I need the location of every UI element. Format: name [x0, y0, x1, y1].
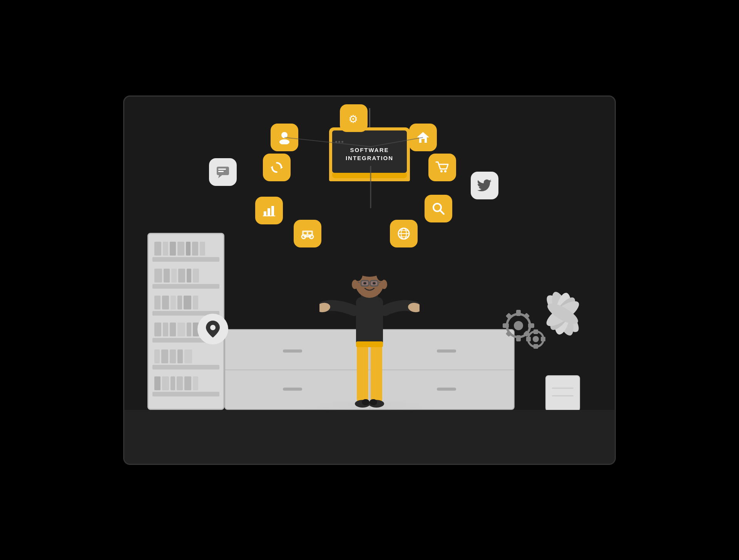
- svg-point-67: [363, 282, 366, 284]
- svg-point-74: [362, 399, 370, 405]
- user-icon-badge: [271, 124, 298, 151]
- cart-icon-badge: [428, 154, 456, 181]
- svg-line-25: [440, 210, 444, 214]
- svg-rect-40: [516, 335, 521, 341]
- svg-point-18: [440, 170, 443, 172]
- svg-point-76: [352, 280, 358, 289]
- laptop-line2: INTEGRATION: [346, 155, 393, 161]
- conveyor-icon-badge: [294, 220, 321, 247]
- svg-rect-21: [268, 208, 270, 216]
- svg-rect-52: [541, 337, 545, 341]
- search-icon-badge: [425, 195, 452, 222]
- plant: [545, 375, 580, 414]
- svg-point-61: [376, 267, 386, 281]
- twitter-icon-badge: [471, 172, 498, 199]
- svg-marker-13: [218, 175, 222, 178]
- svg-rect-71: [356, 341, 383, 347]
- chart-icon-badge: [255, 197, 283, 224]
- svg-rect-51: [526, 337, 531, 341]
- svg-point-53: [210, 325, 216, 330]
- svg-rect-14: [218, 169, 226, 170]
- svg-point-7: [279, 139, 289, 144]
- svg-rect-22: [271, 206, 274, 216]
- svg-point-77: [381, 280, 387, 289]
- svg-rect-50: [533, 344, 538, 349]
- laptop: SOFTWARE INTEGRATION: [329, 127, 410, 181]
- svg-rect-15: [218, 171, 224, 172]
- home-icon-badge: [409, 124, 437, 151]
- svg-rect-11: [421, 139, 425, 143]
- svg-rect-69: [357, 343, 368, 403]
- svg-point-38: [514, 321, 523, 330]
- settings-top-icon-badge: ⚙: [340, 104, 368, 132]
- svg-rect-41: [503, 323, 509, 328]
- person-illustration: [319, 222, 420, 415]
- svg-point-48: [533, 336, 539, 342]
- location-pin: [197, 314, 228, 344]
- svg-rect-39: [516, 310, 521, 316]
- svg-rect-27: [304, 232, 307, 234]
- svg-rect-56: [356, 297, 383, 347]
- svg-marker-9: [417, 132, 429, 137]
- main-scene: SOFTWARE INTEGRATION ⚙: [123, 95, 616, 465]
- gear-group: [497, 304, 551, 360]
- refresh-icon-badge: [263, 154, 291, 181]
- svg-point-75: [370, 399, 377, 405]
- svg-rect-49: [533, 329, 538, 334]
- floor: [124, 410, 615, 464]
- svg-point-6: [281, 132, 288, 138]
- laptop-text: SOFTWARE INTEGRATION: [346, 146, 393, 162]
- svg-rect-43: [506, 313, 512, 319]
- svg-rect-45: [506, 330, 512, 337]
- svg-rect-42: [528, 323, 534, 328]
- chat-icon-badge: [209, 158, 237, 186]
- svg-point-60: [353, 267, 363, 281]
- svg-text:⚙: ⚙: [348, 113, 358, 125]
- laptop-screen: SOFTWARE INTEGRATION: [332, 130, 407, 173]
- laptop-line1: SOFTWARE: [350, 147, 389, 153]
- svg-rect-28: [308, 232, 311, 234]
- svg-point-68: [373, 282, 376, 284]
- svg-rect-70: [371, 343, 382, 403]
- svg-rect-20: [264, 211, 266, 216]
- svg-rect-44: [523, 313, 530, 319]
- svg-point-19: [444, 170, 446, 172]
